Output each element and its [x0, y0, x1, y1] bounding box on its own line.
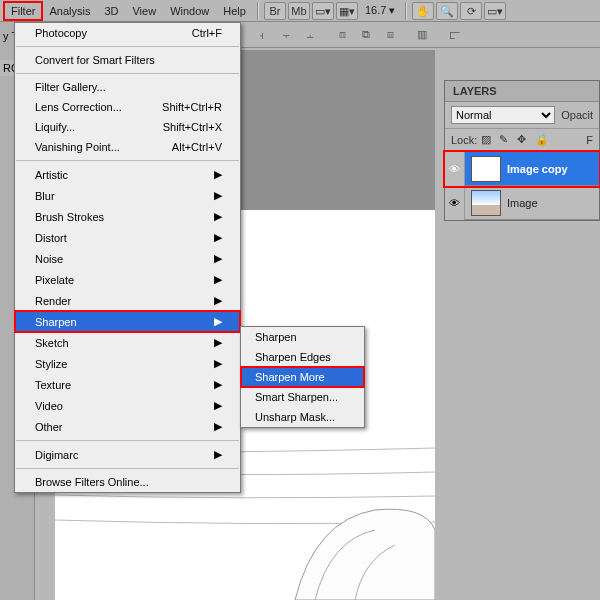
auto-align-icon[interactable]: ▥ [412, 26, 432, 44]
mi-texture[interactable]: Texture▶ [15, 374, 240, 395]
mi-other[interactable]: Other▶ [15, 416, 240, 437]
mi-blur[interactable]: Blur▶ [15, 185, 240, 206]
layer-thumbnail[interactable] [471, 190, 501, 216]
lock-transparency-icon[interactable]: ▨ [481, 133, 495, 147]
layer-row-image[interactable]: 👁 Image [445, 186, 599, 220]
filter-dropdown: PhotocopyCtrl+F Convert for Smart Filter… [14, 22, 241, 493]
lock-label: Lock: [451, 134, 477, 146]
distribute-v-icon[interactable]: ⧉ [356, 26, 376, 44]
align-right-icon[interactable]: ⫠ [300, 26, 320, 44]
mi-sketch[interactable]: Sketch▶ [15, 332, 240, 353]
smi-sharpen-edges[interactable]: Sharpen Edges [241, 347, 364, 367]
mi-filter-gallery[interactable]: Filter Gallery... [15, 77, 240, 97]
mi-vanishing-point[interactable]: Vanishing Point...Alt+Ctrl+V [15, 137, 240, 157]
mi-convert-smart[interactable]: Convert for Smart Filters [15, 50, 240, 70]
more-options-icon[interactable]: ⫍ [444, 26, 464, 44]
menu-view[interactable]: View [125, 2, 163, 20]
layers-panel: LAYERS Normal Opacit Lock: ▨ ✎ ✥ 🔒 F 👁 I… [444, 80, 600, 221]
lock-position-icon[interactable]: ✥ [517, 133, 531, 147]
mi-stylize[interactable]: Stylize▶ [15, 353, 240, 374]
menu-filter[interactable]: Filter [4, 2, 42, 20]
rotate-view-icon[interactable]: ⟳ [460, 2, 482, 20]
mi-video[interactable]: Video▶ [15, 395, 240, 416]
fill-label: F [586, 134, 593, 146]
zoom-value[interactable]: 16.7 ▾ [365, 4, 395, 17]
mi-photocopy[interactable]: PhotocopyCtrl+F [15, 23, 240, 43]
align-left-icon[interactable]: ⫞ [252, 26, 272, 44]
visibility-toggle-icon[interactable]: 👁 [445, 186, 465, 220]
layer-thumbnail[interactable] [471, 156, 501, 182]
menu-analysis[interactable]: Analysis [42, 2, 97, 20]
menubar: Filter Analysis 3D View Window Help Br M… [0, 0, 600, 22]
mi-artistic[interactable]: Artistic▶ [15, 164, 240, 185]
layer-name[interactable]: Image copy [507, 163, 568, 175]
mi-brush-strokes[interactable]: Brush Strokes▶ [15, 206, 240, 227]
menu-help[interactable]: Help [216, 2, 253, 20]
mi-sharpen[interactable]: Sharpen▶ [15, 311, 240, 332]
menu-3d[interactable]: 3D [97, 2, 125, 20]
smi-smart-sharpen[interactable]: Smart Sharpen... [241, 387, 364, 407]
smi-sharpen-more[interactable]: Sharpen More [241, 367, 364, 387]
layers-title: LAYERS [445, 81, 599, 102]
visibility-toggle-icon[interactable]: 👁 [445, 152, 465, 186]
opacity-label: Opacit [561, 109, 593, 121]
menu-window[interactable]: Window [163, 2, 216, 20]
mi-browse-online[interactable]: Browse Filters Online... [15, 472, 240, 492]
minibridge-icon[interactable]: Mb [288, 2, 310, 20]
layer-name[interactable]: Image [507, 197, 538, 209]
mi-noise[interactable]: Noise▶ [15, 248, 240, 269]
smi-sharpen[interactable]: Sharpen [241, 327, 364, 347]
sharpen-submenu: Sharpen Sharpen Edges Sharpen More Smart… [240, 326, 365, 428]
mi-distort[interactable]: Distort▶ [15, 227, 240, 248]
distribute-3-icon[interactable]: ⧇ [380, 26, 400, 44]
blend-mode-select[interactable]: Normal [451, 106, 555, 124]
distribute-h-icon[interactable]: ⧈ [332, 26, 352, 44]
bridge-icon[interactable]: Br [264, 2, 286, 20]
zoom-tool-icon[interactable]: 🔍 [436, 2, 458, 20]
mi-digimarc[interactable]: Digimarc▶ [15, 444, 240, 465]
lock-all-icon[interactable]: 🔒 [535, 133, 549, 147]
hand-tool-icon[interactable]: ✋ [412, 2, 434, 20]
mi-pixelate[interactable]: Pixelate▶ [15, 269, 240, 290]
mi-lens-correction[interactable]: Lens Correction...Shift+Ctrl+R [15, 97, 240, 117]
align-center-icon[interactable]: ⫟ [276, 26, 296, 44]
smi-unsharp-mask[interactable]: Unsharp Mask... [241, 407, 364, 427]
arrange-icon[interactable]: ▦▾ [336, 2, 358, 20]
lock-pixels-icon[interactable]: ✎ [499, 133, 513, 147]
screen-mode-icon[interactable]: ▭▾ [312, 2, 334, 20]
mi-render[interactable]: Render▶ [15, 290, 240, 311]
mi-liquify[interactable]: Liquify...Shift+Ctrl+X [15, 117, 240, 137]
layer-row-image-copy[interactable]: 👁 Image copy [445, 152, 599, 186]
extras-icon[interactable]: ▭▾ [484, 2, 506, 20]
